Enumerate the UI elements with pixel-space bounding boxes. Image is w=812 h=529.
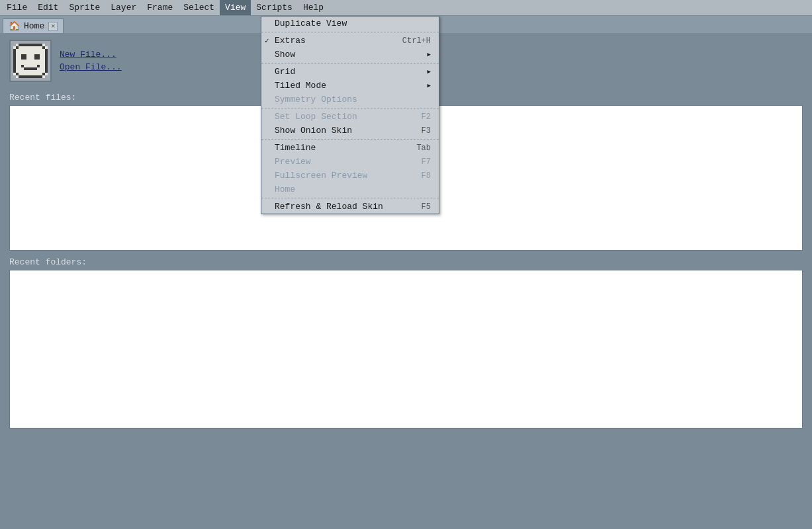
menu-scripts[interactable]: Scripts — [251, 0, 298, 15]
svg-rect-3 — [13, 49, 16, 73]
menu-item-label-refresh-reload-skin: Refresh & Reload Skin — [275, 202, 383, 212]
menu-item-label-show: Show — [275, 50, 295, 60]
menu-shortcut-set-loop-section: F2 — [422, 112, 431, 122]
menu-item-grid[interactable]: Grid — [261, 65, 439, 79]
menu-sprite[interactable]: Sprite — [64, 0, 105, 15]
menu-item-label-timeline: Timeline — [275, 143, 316, 153]
menu-shortcut-fullscreen-preview: F8 — [422, 171, 431, 181]
svg-rect-1 — [13, 46, 48, 75]
menu-shortcut-preview: F7 — [422, 157, 431, 167]
svg-rect-6 — [16, 46, 19, 49]
recent-folders-label: Recent folders: — [9, 257, 803, 267]
menu-item-label-extras: Extras — [275, 36, 306, 46]
menu-item-refresh-reload-skin[interactable]: Refresh & Reload SkinF5 — [261, 200, 439, 214]
svg-rect-10 — [21, 54, 26, 60]
svg-rect-9 — [42, 73, 45, 75]
menu-edit[interactable]: Edit — [32, 0, 64, 15]
menu-separator-16 — [261, 198, 439, 198]
svg-rect-11 — [34, 54, 40, 60]
menu-item-symmetry-options: Symmetry Options — [261, 93, 439, 106]
menu-item-label-grid: Grid — [275, 67, 295, 77]
menu-item-timeline[interactable]: TimelineTab — [261, 141, 439, 155]
svg-rect-7 — [42, 46, 45, 49]
menu-item-label-tiled-mode: Tiled Mode — [275, 81, 326, 91]
recent-folders-section: Recent folders: — [9, 257, 803, 428]
menu-item-preview: PreviewF7 — [261, 155, 439, 169]
home-tab-close[interactable]: × — [48, 22, 58, 31]
open-file-link[interactable]: Open File... — [60, 62, 122, 72]
menu-view[interactable]: View — [220, 0, 251, 15]
svg-rect-5 — [19, 75, 42, 78]
menu-item-home: Home — [261, 183, 439, 196]
menu-item-label-show-onion-skin: Show Onion Skin — [275, 126, 352, 136]
home-tab[interactable]: 🏠 Home × — [3, 19, 64, 33]
menu-item-duplicate-view[interactable]: Duplicate View — [261, 17, 439, 30]
svg-rect-4 — [45, 49, 48, 73]
menu-item-label-duplicate-view: Duplicate View — [275, 19, 347, 28]
menu-item-set-loop-section: Set Loop SectionF2 — [261, 110, 439, 124]
recent-folders-list[interactable] — [9, 270, 803, 428]
new-file-link[interactable]: New File... — [60, 50, 122, 60]
menu-layer[interactable]: Layer — [105, 0, 142, 15]
menu-item-label-set-loop-section: Set Loop Section — [275, 112, 357, 122]
menu-separator-11 — [261, 139, 439, 140]
svg-rect-13 — [37, 65, 40, 67]
menu-separator-4 — [261, 63, 439, 63]
svg-rect-2 — [19, 44, 42, 46]
sprite-icon — [9, 40, 52, 82]
svg-rect-14 — [24, 67, 37, 70]
menu-shortcut-extras: Ctrl+H — [402, 36, 431, 46]
menu-item-label-fullscreen-preview: Fullscreen Preview — [275, 171, 367, 181]
view-dropdown-menu: Duplicate ViewExtrasCtrl+HShowGridTiled … — [261, 16, 439, 214]
menu-item-label-home: Home — [275, 184, 295, 194]
menu-file[interactable]: File — [1, 0, 32, 15]
menubar: File Edit Sprite Layer Frame Select View… — [0, 0, 812, 16]
menu-shortcut-show-onion-skin: F3 — [422, 126, 431, 136]
svg-rect-12 — [21, 65, 24, 67]
svg-rect-8 — [16, 73, 19, 75]
menu-separator-8 — [261, 108, 439, 108]
sprite-face-svg — [13, 44, 48, 78]
menu-item-show[interactable]: Show — [261, 48, 439, 61]
menu-item-fullscreen-preview: Fullscreen PreviewF8 — [261, 169, 439, 183]
menu-separator-1 — [261, 32, 439, 32]
home-links: New File... Open File... — [60, 50, 122, 72]
menu-item-show-onion-skin[interactable]: Show Onion SkinF3 — [261, 124, 439, 138]
menu-frame[interactable]: Frame — [142, 0, 178, 15]
menu-select[interactable]: Select — [178, 0, 220, 15]
menu-help[interactable]: Help — [298, 0, 329, 15]
menu-item-label-preview: Preview — [275, 157, 311, 167]
home-tab-label: Home — [24, 21, 44, 31]
menu-item-extras[interactable]: ExtrasCtrl+H — [261, 34, 439, 48]
menu-shortcut-refresh-reload-skin: F5 — [422, 202, 431, 212]
menu-shortcut-timeline: Tab — [416, 143, 431, 153]
menu-item-label-symmetry-options: Symmetry Options — [275, 95, 357, 104]
home-tab-icon: 🏠 — [9, 20, 20, 32]
menu-item-tiled-mode[interactable]: Tiled Mode — [261, 79, 439, 93]
